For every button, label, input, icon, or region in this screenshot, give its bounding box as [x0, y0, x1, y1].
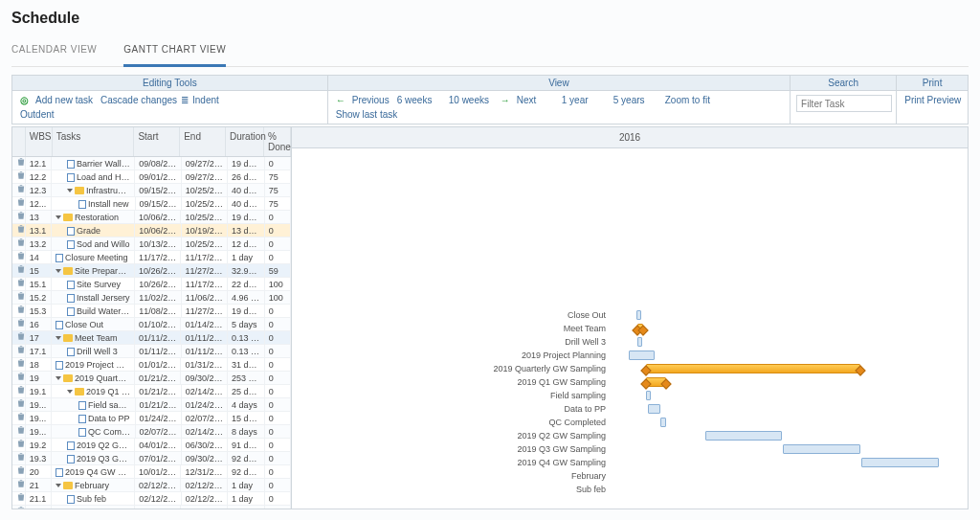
- cell-start[interactable]: 01/24/2019: [136, 412, 182, 425]
- cell-task[interactable]: Drill Well 3: [52, 345, 135, 358]
- cell-start[interactable]: 01/11/2019: [135, 345, 181, 358]
- cell-end[interactable]: 12/31/2019: [181, 465, 227, 479]
- gantt-task-bar[interactable]: [783, 444, 860, 454]
- table-row[interactable]: 182019 Project Planning01/01/201901/31/2…: [12, 358, 291, 372]
- delete-row-button[interactable]: [16, 492, 26, 502]
- indent-button[interactable]: ≣Indent: [179, 93, 246, 107]
- cell-end[interactable]: 01/11/2019: [182, 345, 228, 358]
- cell-task[interactable]: Restoration: [52, 211, 135, 224]
- table-row[interactable]: 13Restoration10/06/201410/25/201419 days…: [12, 211, 291, 224]
- cell-task[interactable]: February: [52, 479, 135, 492]
- table-row[interactable]: 19.22019 Q2 GW S04/01/201906/30/201991 d…: [12, 439, 291, 452]
- delete-row-button[interactable]: [16, 425, 26, 435]
- add-new-task-button[interactable]: ◎Add new task: [18, 93, 85, 107]
- cell-end[interactable]: 01/31/2019: [181, 358, 227, 372]
- cell-start[interactable]: 10/13/2014: [135, 237, 181, 251]
- gantt-task-bar[interactable]: [861, 458, 939, 467]
- table-row[interactable]: 16Close Out01/10/201901/14/20195 days0: [12, 318, 291, 331]
- ten-weeks-button[interactable]: 10 weeks: [447, 93, 485, 107]
- outdent-button[interactable]: Outdent: [18, 107, 85, 122]
- delete-row-button[interactable]: [16, 372, 26, 381]
- cell-start[interactable]: 10/26/2014: [135, 264, 181, 278]
- table-row[interactable]: 21February02/12/202002/12/20201 day0: [12, 479, 291, 492]
- col-wbs[interactable]: WBS: [26, 127, 53, 156]
- cell-end[interactable]: 01/24/2019: [182, 398, 228, 412]
- expand-icon[interactable]: [56, 484, 61, 487]
- cell-start[interactable]: 01/21/2019: [135, 385, 181, 398]
- cell-start[interactable]: 09/08/2014: [135, 157, 181, 170]
- delete-row-button[interactable]: [16, 412, 26, 421]
- cell-start[interactable]: 02/12/2020: [135, 479, 181, 492]
- cell-end[interactable]: 10/25/2014: [181, 211, 227, 224]
- cell-task[interactable]: Data to PP: [52, 412, 136, 425]
- cell-task[interactable]: Meet Team: [52, 331, 135, 345]
- expand-icon[interactable]: [67, 390, 73, 394]
- cell-start[interactable]: 09/01/2014: [135, 170, 181, 184]
- cell-task[interactable]: 2019 Quarterly GW S: [52, 372, 135, 385]
- cell-end[interactable]: 11/27/2014: [181, 264, 227, 278]
- table-row[interactable]: 19.32019 Q3 GW S07/01/201909/30/201992 d…: [12, 452, 291, 465]
- cell-end[interactable]: 11/06/2014: [182, 291, 228, 305]
- cell-end[interactable]: 11/17/2014: [182, 278, 228, 291]
- table-row[interactable]: 15Site Preparation10/26/201411/27/201432…: [12, 264, 291, 278]
- cell-start[interactable]: 01/10/2019: [135, 318, 181, 331]
- cell-end[interactable]: 11/17/2014: [181, 251, 227, 264]
- gantt-task-bar[interactable]: [636, 310, 641, 320]
- cell-start[interactable]: 10/01/2019: [135, 465, 181, 479]
- delete-row-button[interactable]: [16, 264, 26, 274]
- delete-row-button[interactable]: [16, 184, 26, 193]
- delete-row-button[interactable]: [16, 157, 26, 167]
- delete-row-button[interactable]: [16, 506, 26, 509]
- cell-end[interactable]: 02/12/2020: [181, 479, 227, 492]
- tab-gantt-chart-view[interactable]: GANTT CHART VIEW: [123, 38, 226, 67]
- filter-task-input[interactable]: [796, 95, 892, 112]
- delete-row-button[interactable]: [16, 305, 26, 314]
- delete-row-button[interactable]: [16, 345, 26, 354]
- cell-end[interactable]: 02/12/2020: [182, 492, 228, 506]
- delete-row-button[interactable]: [16, 465, 26, 475]
- cell-end[interactable]: 10/25/2014: [182, 237, 228, 251]
- col-tasks[interactable]: Tasks: [53, 127, 135, 156]
- cell-task[interactable]: Build Water Tr: [52, 305, 135, 318]
- cell-start[interactable]: 11/17/2014: [135, 251, 181, 264]
- table-row[interactable]: 12.1Barrier Wall In09/08/201409/27/20141…: [12, 157, 291, 170]
- cell-end[interactable]: 11/27/2014: [182, 305, 228, 318]
- delete-row-button[interactable]: [16, 291, 26, 301]
- table-row[interactable]: 12.3Infrastructure Imp09/15/201410/25/20…: [12, 184, 291, 197]
- cell-start[interactable]: 10/06/2014: [135, 211, 181, 224]
- delete-row-button[interactable]: [16, 358, 26, 368]
- cell-start[interactable]: 04/01/2019: [135, 439, 181, 452]
- cell-end[interactable]: 09/27/2014: [182, 157, 228, 170]
- delete-row-button[interactable]: [16, 224, 26, 234]
- table-row[interactable]: 13.2Sod and Willo10/13/201410/25/201412 …: [12, 237, 291, 251]
- cell-end[interactable]: 02/14/2019: [182, 425, 228, 439]
- cell-task[interactable]: 2019 Q1 GW Sam: [52, 385, 135, 398]
- cell-end[interactable]: 10/25/2014: [182, 184, 228, 197]
- cell-start[interactable]: 02/12/2020: [135, 492, 181, 506]
- cell-start[interactable]: 11/08/2014: [135, 305, 181, 318]
- cell-start[interactable]: 01/01/2019: [135, 358, 181, 372]
- cell-end[interactable]: 09/30/2019: [181, 372, 227, 385]
- col-start[interactable]: Start: [134, 127, 180, 156]
- table-row[interactable]: 19...QC Comple02/07/201902/14/20198 days…: [12, 425, 291, 439]
- cell-start[interactable]: 11/02/2014: [135, 291, 181, 305]
- cell-task[interactable]: 2022 Sampling Task: [52, 506, 135, 509]
- expand-icon[interactable]: [56, 376, 61, 380]
- col-done[interactable]: % Done: [264, 127, 291, 156]
- expand-icon[interactable]: [56, 215, 61, 219]
- delete-row-button[interactable]: [16, 439, 26, 448]
- cell-start[interactable]: 07/01/2019: [135, 452, 181, 465]
- cell-end[interactable]: 10/19/2014: [182, 224, 228, 237]
- cell-task[interactable]: Grade: [52, 224, 135, 237]
- table-row[interactable]: 17.1Drill Well 301/11/201901/11/20190.13…: [12, 345, 291, 358]
- table-row[interactable]: 202019 Q4 GW Samplin10/01/201912/31/2019…: [12, 465, 291, 479]
- table-row[interactable]: 19.12019 Q1 GW Sam01/21/201902/14/201925…: [12, 385, 291, 398]
- cell-task[interactable]: QC Comple: [52, 425, 136, 439]
- delete-row-button[interactable]: [16, 398, 26, 408]
- table-row[interactable]: 192019 Quarterly GW S01/21/201909/30/201…: [12, 372, 291, 385]
- cell-start[interactable]: 02/07/2019: [136, 425, 182, 439]
- tab-calendar-view[interactable]: CALENDAR VIEW: [11, 38, 97, 66]
- delete-row-button[interactable]: [16, 385, 26, 395]
- table-row[interactable]: 17Meet Team01/11/201901/11/20190.13 days…: [12, 331, 291, 345]
- table-row[interactable]: 19...Field sampl01/21/201901/24/20194 da…: [12, 398, 291, 412]
